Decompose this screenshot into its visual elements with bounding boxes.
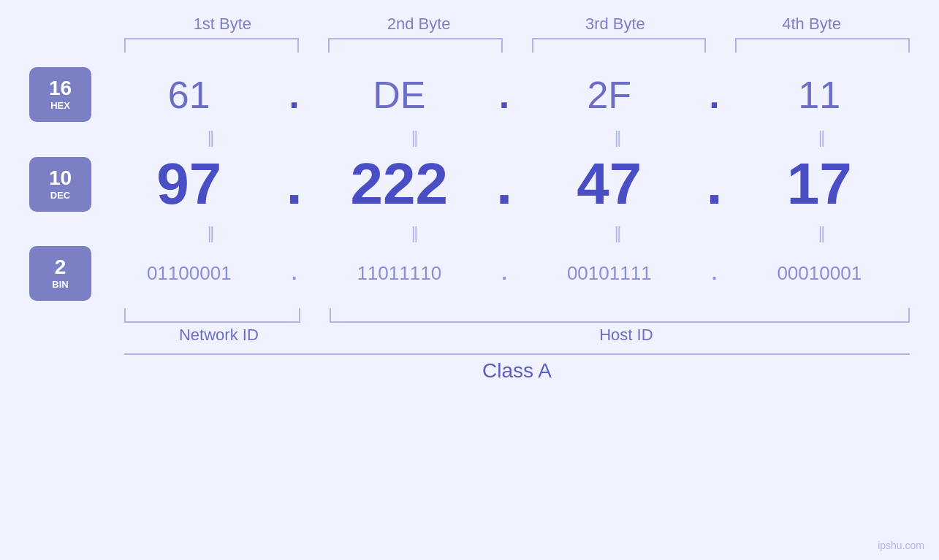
host-bracket-left	[330, 308, 504, 323]
hex-byte-2: DE	[309, 73, 490, 117]
hex-row: 16 HEX 61 . DE . 2F . 11	[29, 67, 910, 122]
dec-byte-4: 17	[729, 150, 911, 218]
bin-dot-2: .	[490, 262, 519, 285]
byte-header-3: 3rd Byte	[517, 15, 714, 38]
eq-8: ‖	[735, 224, 910, 243]
dec-dot-2: .	[490, 150, 519, 218]
dec-badge-label: DEC	[50, 190, 70, 201]
eq-3: ‖	[532, 129, 707, 147]
watermark: ipshu.com	[878, 540, 924, 551]
bin-badge-number: 2	[55, 257, 66, 277]
dec-byte-1: 97	[99, 150, 280, 218]
hex-badge-label: HEX	[50, 100, 70, 111]
byte-header-1: 1st Byte	[124, 15, 321, 38]
host-id-label: Host ID	[343, 326, 910, 345]
bracket-spacer-1	[299, 38, 328, 53]
dec-byte-2: 222	[309, 150, 490, 218]
top-bracket-1	[124, 38, 299, 53]
bottom-bracket-network	[124, 308, 300, 323]
eq-4: ‖	[735, 129, 910, 147]
id-labels-row: Network ID Host ID	[29, 326, 910, 345]
bracket-spacer-3	[706, 38, 735, 53]
eq-1: ‖	[124, 129, 299, 147]
bin-badge-label: BIN	[52, 279, 68, 290]
top-bracket-3	[532, 38, 707, 53]
top-bracket-4	[735, 38, 910, 53]
dec-badge: 10 DEC	[29, 157, 91, 212]
bin-dot-3: .	[700, 262, 729, 285]
host-bracket-mid3	[706, 308, 735, 323]
dec-dot-3: .	[700, 150, 729, 218]
top-bracket-2	[328, 38, 503, 53]
byte-headers: 1st Byte 2nd Byte 3rd Byte 4th Byte	[29, 15, 910, 38]
dec-row: 10 DEC 97 . 222 . 47 . 17	[29, 150, 910, 218]
top-bracket-row	[29, 38, 910, 53]
eq-7: ‖	[532, 224, 707, 243]
class-label: Class A	[124, 359, 910, 383]
bin-row: 2 BIN 01100001 . 11011110 . 00101111 . 0…	[29, 246, 910, 301]
bin-values-area: 01100001 . 11011110 . 00101111 . 0001000…	[99, 262, 910, 285]
bottom-bracket-row	[29, 308, 910, 323]
dec-dot-1: .	[280, 150, 309, 218]
bin-byte-2: 11011110	[309, 262, 490, 285]
bin-badge: 2 BIN	[29, 246, 91, 301]
host-bracket-mid1	[504, 308, 533, 323]
class-bracket-line	[124, 353, 910, 355]
byte-header-2: 2nd Byte	[321, 15, 517, 38]
hex-dot-3: .	[700, 73, 729, 117]
byte-header-4: 4th Byte	[713, 15, 910, 38]
bin-byte-3: 00101111	[519, 262, 700, 285]
host-bracket-right	[735, 308, 910, 323]
eq-2: ‖	[328, 129, 503, 147]
equals-row-2: ‖ ‖ ‖ ‖	[29, 224, 910, 243]
equals-row-1: ‖ ‖ ‖ ‖	[29, 129, 910, 147]
hex-byte-3: 2F	[519, 73, 700, 117]
dec-values-area: 97 . 222 . 47 . 17	[99, 150, 910, 218]
main-container: 1st Byte 2nd Byte 3rd Byte 4th Byte 16 H…	[0, 0, 939, 560]
eq-5: ‖	[124, 224, 299, 243]
network-id-label: Network ID	[124, 326, 313, 345]
eq-6: ‖	[328, 224, 503, 243]
bin-byte-1: 01100001	[99, 262, 280, 285]
hex-badge: 16 HEX	[29, 67, 91, 122]
hex-byte-4: 11	[729, 73, 911, 117]
bin-dot-1: .	[280, 262, 309, 285]
hex-badge-number: 16	[49, 78, 72, 99]
host-bracket-mid2	[533, 308, 707, 323]
hex-values-area: 61 . DE . 2F . 11	[99, 73, 910, 117]
class-row-container: Class A	[29, 353, 910, 383]
dot-spacer-bottom-1	[300, 308, 330, 323]
hex-dot-2: .	[490, 73, 519, 117]
bin-byte-4: 00010001	[729, 262, 911, 285]
dec-byte-3: 47	[519, 150, 700, 218]
hex-byte-1: 61	[99, 73, 280, 117]
hex-dot-1: .	[280, 73, 309, 117]
bracket-spacer-2	[503, 38, 532, 53]
dec-badge-number: 10	[49, 168, 72, 188]
